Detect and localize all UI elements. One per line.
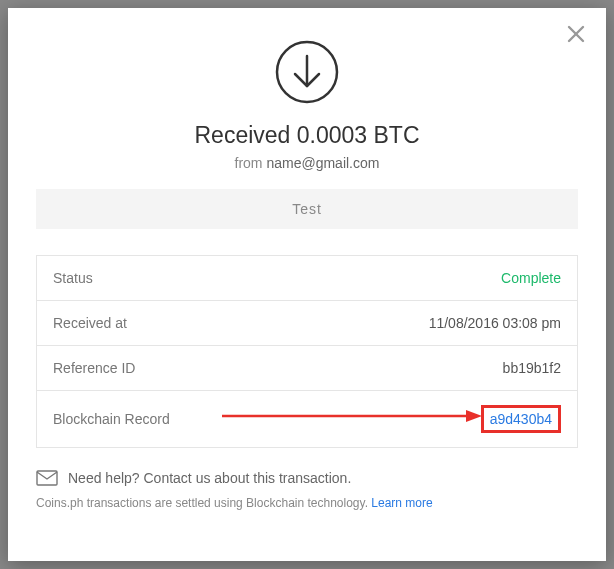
blockchain-record-link[interactable]: a9d430b4 bbox=[490, 411, 552, 427]
help-text: Need help? Contact us about this transac… bbox=[68, 470, 351, 486]
learn-more-link[interactable]: Learn more bbox=[371, 496, 432, 510]
annotation-highlight-box: a9d430b4 bbox=[481, 405, 561, 433]
help-link[interactable]: Need help? Contact us about this transac… bbox=[36, 470, 578, 486]
annotation-arrow-icon bbox=[222, 407, 482, 425]
svg-rect-6 bbox=[37, 471, 57, 485]
row-label: Received at bbox=[53, 315, 127, 331]
receive-arrow-icon bbox=[275, 40, 339, 104]
row-label: Status bbox=[53, 270, 93, 286]
received-at-value: 11/08/2016 03:08 pm bbox=[429, 315, 561, 331]
row-received-at: Received at 11/08/2016 03:08 pm bbox=[37, 301, 577, 346]
details-table: Status Complete Received at 11/08/2016 0… bbox=[36, 255, 578, 448]
reference-id-value: bb19b1f2 bbox=[503, 360, 561, 376]
footer-note: Coins.ph transactions are settled using … bbox=[36, 496, 578, 510]
row-reference-id: Reference ID bb19b1f2 bbox=[37, 346, 577, 391]
from-prefix: from bbox=[235, 155, 267, 171]
status-value: Complete bbox=[501, 270, 561, 286]
row-label: Blockchain Record bbox=[53, 411, 170, 427]
mail-icon bbox=[36, 470, 58, 486]
row-status: Status Complete bbox=[37, 256, 577, 301]
transaction-modal: Received 0.0003 BTC from name@gmail.com … bbox=[8, 8, 606, 561]
close-icon bbox=[567, 25, 585, 43]
transaction-title: Received 0.0003 BTC bbox=[36, 122, 578, 149]
svg-marker-5 bbox=[466, 410, 482, 422]
footer-text: Coins.ph transactions are settled using … bbox=[36, 496, 371, 510]
transaction-subtitle: from name@gmail.com bbox=[36, 155, 578, 171]
from-email: name@gmail.com bbox=[266, 155, 379, 171]
row-blockchain-record: Blockchain Record a9d430b4 bbox=[37, 391, 577, 447]
memo-bar: Test bbox=[36, 189, 578, 229]
row-label: Reference ID bbox=[53, 360, 135, 376]
close-button[interactable] bbox=[564, 22, 588, 46]
